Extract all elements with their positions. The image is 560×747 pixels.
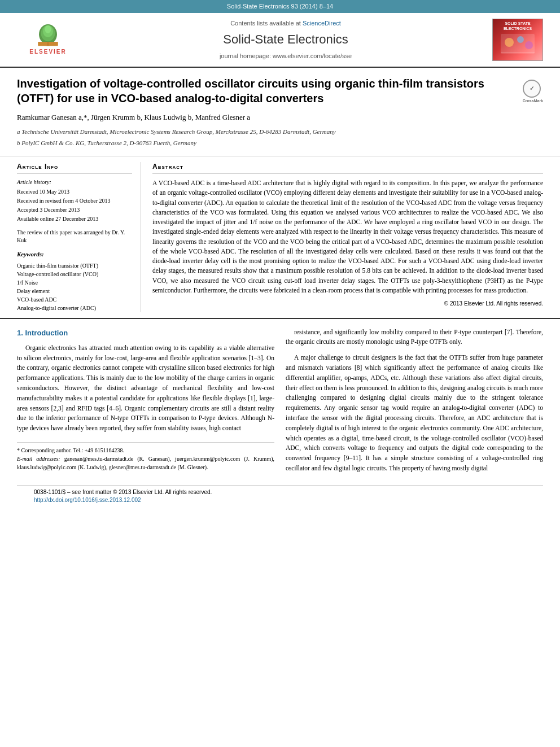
review-note: The review of this paper was arranged by… <box>17 229 132 244</box>
abstract-text: A VCO-based ADC is a time-based ADC arch… <box>152 178 543 295</box>
authors-list: Ramkumar Ganesan a,*, Jürgen Krumm b, Kl… <box>17 112 543 123</box>
intro-heading: 1. Introduction <box>17 327 274 339</box>
accepted-date: Accepted 3 December 2013 <box>17 206 132 214</box>
issn-notice: 0038-1101/$ – see front matter © 2013 El… <box>34 488 526 496</box>
publisher-logo-area: ELSEVIER <box>11 23 85 57</box>
svg-point-8 <box>505 38 514 47</box>
abstract-column: Abstract A VCO-based ADC is a time-based… <box>152 162 543 312</box>
intro-para-2: resistance, and significantly low mobili… <box>286 327 543 348</box>
revised-date: Received in revised form 4 October 2013 <box>17 197 132 205</box>
journal-name-header: Solid-State Electronics <box>90 31 481 49</box>
intro-para-3: A major challenge to circuit designers i… <box>286 353 543 474</box>
body-left-column: 1. Introduction Organic electronics has … <box>17 327 274 479</box>
keywords-list: Organic thin-film transistor (OTFT) Volt… <box>17 261 132 312</box>
corresponding-author-note: * Corresponding author. Tel.: +49 615116… <box>17 446 274 455</box>
keyword-5: VCO-based ADC <box>17 295 132 304</box>
journal-cover-image: SOLID STATE ELECTRONICS <box>492 19 543 61</box>
copyright-notice: © 2013 Elsevier Ltd. All rights reserved… <box>152 300 543 308</box>
doi-link[interactable]: http://dx.doi.org/10.1016/j.sse.2013.12.… <box>34 497 141 503</box>
keywords-section: Keywords: Organic thin-film transistor (… <box>17 250 132 312</box>
crossmark-icon: ✓ <box>523 80 541 98</box>
footer-bottom: 0038-1101/$ – see front matter © 2013 El… <box>17 485 543 507</box>
journal-header: ELSEVIER Contents lists available at Sci… <box>0 13 560 68</box>
email-footnote: E-mail addresses: ganesan@mes.tu-darmsta… <box>17 455 274 471</box>
svg-point-4 <box>45 25 51 33</box>
article-info-heading: Article Info <box>17 162 132 174</box>
keyword-6: Analog-to-digital converter (ADC) <box>17 304 132 312</box>
affiliation-b: b PolyIC GmbH & Co. KG, Tucherstrasse 2,… <box>17 139 543 147</box>
abstract-heading: Abstract <box>152 162 543 174</box>
footnotes: * Corresponding author. Tel.: +49 615116… <box>17 442 274 471</box>
journal-title-area: Contents lists available at ScienceDirec… <box>85 19 487 61</box>
journal-cover-title: SOLID STATE ELECTRONICS <box>495 21 540 31</box>
svg-point-10 <box>525 41 533 49</box>
affiliation-a: a Technische Universität Darmstadt, Micr… <box>17 128 543 136</box>
body-section: 1. Introduction Organic electronics has … <box>0 319 560 516</box>
homepage-line: journal homepage: www.elsevier.com/locat… <box>90 52 481 60</box>
email-label: E-mail addresses: <box>17 456 60 462</box>
journal-volume-info: Solid-State Electronics 93 (2014) 8–14 <box>227 3 333 10</box>
journal-cover-area: SOLID STATE ELECTRONICS <box>487 19 549 61</box>
elsevier-wordmark: ELSEVIER <box>29 48 66 56</box>
received-date: Received 10 May 2013 <box>17 188 132 196</box>
journal-info-bar: Solid-State Electronics 93 (2014) 8–14 <box>0 0 560 13</box>
keywords-heading: Keywords: <box>17 250 132 259</box>
body-right-column: resistance, and significantly low mobili… <box>286 327 543 479</box>
history-label: Article history: <box>17 178 132 186</box>
article-info-column: Article Info Article history: Received 1… <box>17 162 141 312</box>
keyword-2: Voltage-controlled oscillator (VCO) <box>17 270 132 278</box>
info-abstract-section: Article Info Article history: Received 1… <box>0 156 560 318</box>
article-title: Investigation of voltage-controlled osci… <box>17 76 543 106</box>
online-date: Available online 27 December 2013 <box>17 215 132 223</box>
keyword-1: Organic thin-film transistor (OTFT) <box>17 261 132 270</box>
body-two-col: 1. Introduction Organic electronics has … <box>17 327 543 479</box>
sciencedirect-line: Contents lists available at ScienceDirec… <box>90 19 481 28</box>
svg-point-9 <box>517 36 524 43</box>
elsevier-logo: ELSEVIER <box>17 23 79 57</box>
intro-para-1: Organic electronics has attracted much a… <box>17 343 274 434</box>
keyword-4: Delay element <box>17 287 132 295</box>
cover-graphic-icon <box>498 31 537 56</box>
crossmark-badge: ✓ CrossMark <box>523 79 543 103</box>
elsevier-tree-icon <box>25 24 71 47</box>
sciencedirect-link[interactable]: ScienceDirect <box>303 20 341 27</box>
article-title-section: Investigation of voltage-controlled osci… <box>0 68 560 156</box>
article-history: Article history: Received 10 May 2013 Re… <box>17 178 132 223</box>
keyword-3: 1/f Noise <box>17 278 132 287</box>
